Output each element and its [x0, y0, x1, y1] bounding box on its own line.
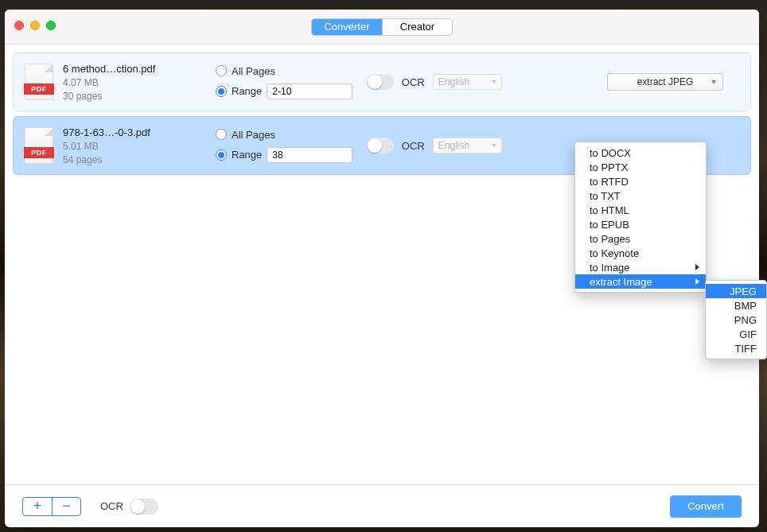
close-icon[interactable] [14, 21, 24, 30]
add-remove-control: + − [22, 497, 81, 516]
language-dropdown[interactable]: English [433, 74, 502, 90]
menu-item-epub[interactable]: to EPUB [575, 217, 706, 231]
file-meta: 6 method…ction.pdf 4.07 MB 30 pages [63, 63, 155, 102]
range-input[interactable] [267, 147, 352, 163]
pdf-badge: PDF [24, 83, 54, 95]
all-pages-option[interactable]: All Pages [216, 129, 367, 141]
menu-item-keynote[interactable]: to Keynote [575, 246, 706, 260]
range-label: Range [232, 149, 262, 161]
pdf-badge: PDF [24, 147, 54, 158]
submenu-item-tiff[interactable]: TIFF [706, 341, 766, 355]
ocr-label: OCR [402, 140, 425, 152]
submenu-item-png[interactable]: PNG [706, 313, 766, 327]
ocr-cell: OCR English [367, 74, 502, 90]
tab-creator[interactable]: Creator [382, 19, 452, 35]
file-size: 4.07 MB [63, 77, 155, 88]
page-options: All Pages Range [216, 129, 367, 163]
all-pages-label: All Pages [232, 65, 275, 77]
format-menu: to DOCX to PPTX to RTFD to TXT to HTML t… [574, 142, 707, 293]
submenu-item-bmp[interactable]: BMP [706, 298, 766, 313]
submenu-item-gif[interactable]: GIF [706, 327, 766, 341]
file-meta: 978-1-63…-0-3.pdf 5.01 MB 54 pages [63, 126, 150, 165]
menu-item-html[interactable]: to HTML [575, 203, 706, 217]
output-format-dropdown[interactable]: extract JPEG [607, 73, 723, 91]
menu-item-pages[interactable]: to Pages [575, 231, 706, 246]
file-info: PDF 978-1-63…-0-3.pdf 5.01 MB 54 pages [25, 126, 216, 165]
remove-button[interactable]: − [52, 498, 80, 515]
menu-item-docx[interactable]: to DOCX [575, 146, 706, 160]
all-pages-label: All Pages [232, 129, 275, 141]
menu-item-to-image[interactable]: to Image [575, 260, 706, 274]
range-label: Range [232, 85, 262, 97]
global-ocr-toggle[interactable] [130, 499, 158, 515]
add-button[interactable]: + [23, 498, 52, 515]
ocr-cell: OCR English [367, 138, 502, 153]
convert-button[interactable]: Convert [670, 495, 742, 518]
file-info: PDF 6 method…ction.pdf 4.07 MB 30 pages [25, 63, 216, 102]
app-window: Converter Creator PDF 6 method…ction.pdf… [5, 10, 759, 527]
all-pages-option[interactable]: All Pages [216, 65, 367, 77]
file-name: 978-1-63…-0-3.pdf [63, 126, 150, 138]
menu-item-rtfd[interactable]: to RTFD [575, 174, 706, 188]
file-name: 6 method…ction.pdf [63, 63, 155, 75]
footer: + − OCR Convert [5, 484, 759, 527]
language-value: English [438, 140, 469, 151]
ocr-toggle[interactable] [367, 74, 394, 90]
range-option[interactable]: Range [216, 83, 367, 99]
maximize-icon[interactable] [46, 21, 56, 30]
format-cell: extract JPEG [502, 73, 739, 91]
mode-segmented-control: Converter Creator [311, 18, 453, 36]
radio-icon [216, 86, 227, 97]
file-size: 5.01 MB [63, 141, 150, 152]
file-pages: 54 pages [63, 154, 150, 165]
range-option[interactable]: Range [216, 147, 367, 163]
tab-converter[interactable]: Converter [312, 19, 382, 35]
menu-item-extract-image[interactable]: extract Image [575, 274, 706, 289]
range-input[interactable] [267, 83, 352, 99]
window-controls [14, 21, 56, 30]
menu-item-pptx[interactable]: to PPTX [575, 160, 706, 174]
titlebar: Converter Creator [5, 10, 759, 45]
minimize-icon[interactable] [30, 21, 40, 30]
extract-image-submenu: JPEG BMP PNG GIF TIFF [705, 280, 767, 359]
file-row[interactable]: PDF 6 method…ction.pdf 4.07 MB 30 pages … [13, 52, 751, 111]
ocr-toggle[interactable] [367, 138, 394, 153]
format-value: extract JPEG [637, 76, 694, 87]
menu-item-txt[interactable]: to TXT [575, 188, 706, 203]
radio-icon [216, 150, 227, 161]
radio-icon [216, 65, 227, 76]
file-pages: 30 pages [63, 91, 155, 102]
ocr-label: OCR [402, 76, 425, 88]
language-dropdown[interactable]: English [433, 138, 502, 153]
language-value: English [438, 76, 469, 87]
pdf-file-icon: PDF [25, 127, 53, 164]
submenu-item-jpeg[interactable]: JPEG [706, 284, 766, 298]
pdf-file-icon: PDF [25, 64, 53, 100]
radio-icon [216, 129, 227, 140]
global-ocr: OCR [100, 499, 158, 515]
page-options: All Pages Range [216, 65, 367, 99]
ocr-label: OCR [100, 500, 123, 512]
